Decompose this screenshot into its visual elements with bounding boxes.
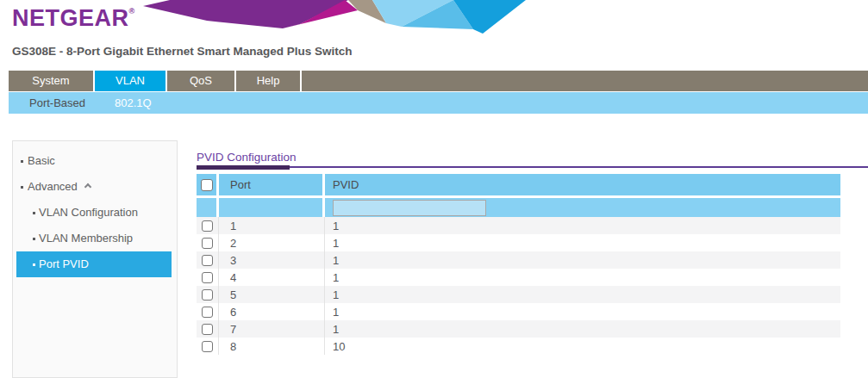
- port-cell: 8: [219, 338, 325, 355]
- row-checkbox[interactable]: [202, 220, 213, 232]
- row-checkbox-cell: [197, 303, 219, 320]
- select-all-checkbox[interactable]: [201, 179, 213, 191]
- pvid-cell: 1: [325, 320, 840, 338]
- port-cell: 3: [219, 251, 325, 269]
- row-checkbox[interactable]: [202, 272, 213, 283]
- bullet-icon: [33, 263, 35, 266]
- tab-vlan[interactable]: VLAN: [95, 71, 167, 91]
- netgear-logo: NETGEAR®: [12, 5, 135, 32]
- sidebar-item-basic[interactable]: Basic: [13, 148, 177, 174]
- table-row: 3 1: [197, 251, 840, 269]
- row-checkbox[interactable]: [202, 289, 213, 301]
- header-pvid: PVID: [325, 174, 840, 195]
- heading-rule-thin: [197, 166, 868, 168]
- table-row: 4 1: [197, 269, 840, 286]
- port-cell: 2: [219, 234, 325, 251]
- bullet-icon: [33, 212, 35, 214]
- chevron-up-icon: [84, 183, 91, 190]
- row-checkbox[interactable]: [202, 255, 213, 266]
- port-cell: 1: [219, 217, 325, 234]
- section-heading: PVID Configuration: [197, 151, 297, 164]
- port-cell: 7: [219, 320, 325, 338]
- pvid-cell: 1: [325, 234, 840, 251]
- registered-mark: ®: [129, 7, 135, 15]
- row-checkbox[interactable]: [202, 341, 213, 352]
- sidebar-item-label: Advanced: [28, 180, 78, 193]
- pvid-cell: 1: [325, 217, 840, 234]
- port-cell: 5: [219, 286, 325, 303]
- filter-port-cell: [219, 198, 325, 217]
- row-checkbox-cell: [197, 269, 219, 286]
- tab-help[interactable]: Help: [236, 71, 302, 91]
- page-title: GS308E - 8-Port Gigabit Ethernet Smart M…: [12, 45, 353, 58]
- pvid-cell: 1: [325, 251, 840, 269]
- subnav-item-port-based[interactable]: Port-Based: [21, 92, 94, 114]
- port-cell: 6: [219, 303, 325, 320]
- row-checkbox[interactable]: [202, 324, 213, 335]
- logo-text: NETGEAR: [12, 5, 129, 31]
- sidebar-item-label: Basic: [28, 154, 55, 167]
- nav-filler: [302, 71, 868, 91]
- filter-checkbox-cell: [197, 198, 219, 217]
- row-checkbox[interactable]: [202, 307, 213, 318]
- main-nav: System VLAN QoS Help: [9, 71, 868, 91]
- sidebar-item-vlan-membership[interactable]: VLAN Membership: [13, 226, 177, 251]
- row-checkbox-cell: [197, 320, 219, 338]
- port-cell: 4: [219, 269, 325, 286]
- bullet-icon: [33, 238, 35, 240]
- table-row: 8 10: [197, 338, 840, 355]
- pvid-cell: 1: [325, 303, 840, 320]
- table-filter-row: [197, 198, 840, 217]
- header-port: Port: [219, 174, 325, 195]
- sidebar: Basic Advanced VLAN Configuration VLAN M…: [12, 140, 178, 378]
- table-row: 2 1: [197, 234, 840, 251]
- filter-pvid-cell: [325, 198, 840, 217]
- pvid-input[interactable]: [333, 200, 486, 216]
- pvid-table: Port PVID 1 1 2 1 3 1 4 1: [197, 174, 840, 355]
- sidebar-item-port-pvid[interactable]: Port PVID: [16, 251, 172, 277]
- sidebar-item-advanced[interactable]: Advanced: [13, 174, 177, 200]
- bullet-icon: [21, 186, 23, 189]
- sidebar-item-vlan-configuration[interactable]: VLAN Configuration: [13, 200, 177, 226]
- screen: NETGEAR® GS308E - 8-Port Gigabit Etherne…: [0, 0, 868, 378]
- table-row: 6 1: [197, 303, 840, 320]
- sidebar-item-label: Port PVID: [39, 257, 89, 270]
- header-checkbox-cell: [197, 174, 219, 195]
- pvid-cell: 1: [325, 286, 840, 303]
- subnav-item-8021q[interactable]: 802.1Q: [106, 92, 160, 114]
- pvid-cell: 10: [325, 338, 840, 355]
- table-header-row: Port PVID: [197, 174, 840, 195]
- banner-facet-purple: [143, 0, 348, 28]
- sidebar-item-label: VLAN Configuration: [39, 206, 138, 219]
- row-checkbox-cell: [197, 338, 219, 355]
- table-row: 1 1: [197, 217, 840, 234]
- tab-system[interactable]: System: [9, 71, 95, 91]
- table-row: 5 1: [197, 286, 840, 303]
- row-checkbox[interactable]: [202, 238, 213, 249]
- row-checkbox-cell: [197, 217, 219, 234]
- sidebar-item-label: VLAN Membership: [39, 232, 133, 245]
- tab-qos[interactable]: QoS: [167, 71, 236, 91]
- row-checkbox-cell: [197, 286, 219, 303]
- row-checkbox-cell: [197, 251, 219, 269]
- sub-nav: Port-Based 802.1Q: [9, 92, 868, 114]
- pvid-cell: 1: [325, 269, 840, 286]
- table-row: 7 1: [197, 320, 840, 338]
- heading-rule-thick: [197, 165, 290, 170]
- row-checkbox-cell: [197, 234, 219, 251]
- bullet-icon: [21, 160, 23, 163]
